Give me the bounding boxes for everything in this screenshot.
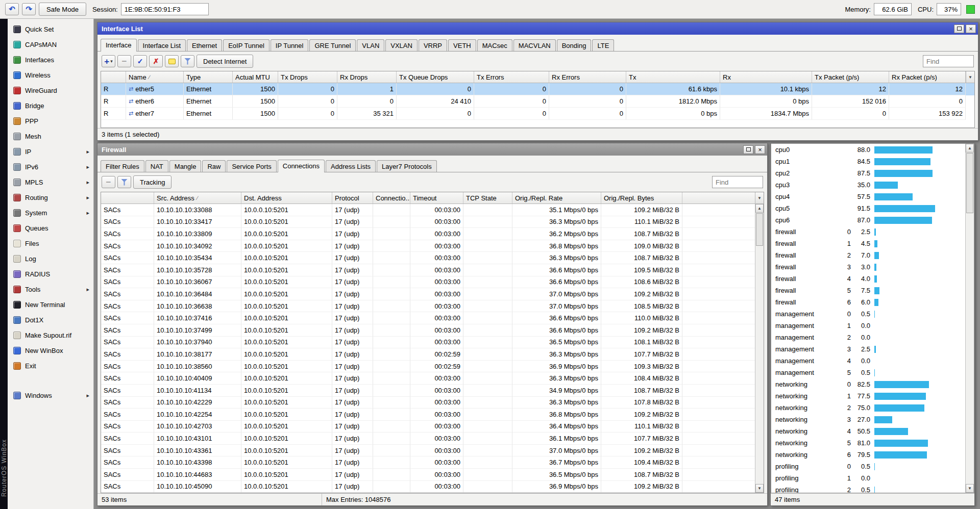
column-header-actual-mtu[interactable]: Actual MTU <box>233 71 278 83</box>
tab-eoip-tunnel[interactable]: EoIP Tunnel <box>223 39 270 51</box>
profile-row[interactable]: profiling20.5 <box>771 484 965 493</box>
comment-button[interactable] <box>165 55 179 67</box>
profile-scrollbar[interactable]: ▲ ▼ <box>965 144 974 493</box>
profile-row[interactable]: networking450.5 <box>771 425 965 437</box>
scroll-up-icon[interactable]: ▲ <box>966 144 974 152</box>
connection-table-row[interactable]: SACs10.10.10.10:3409210.0.0.10:520117 (u… <box>101 240 764 252</box>
tab-vxlan[interactable]: VXLAN <box>385 39 418 51</box>
column-header-tx-packet-p-s[interactable]: Tx Packet (p/s) <box>812 71 889 83</box>
connection-table-row[interactable]: SACs10.10.10.10:3341710.0.0.10:520117 (u… <box>101 216 764 228</box>
tab-interface-list[interactable]: Interface List <box>138 39 186 51</box>
tab-raw[interactable]: Raw <box>202 160 226 172</box>
remove-button[interactable]: − <box>117 55 131 67</box>
column-header-dst-address[interactable]: Dst. Address <box>241 192 332 203</box>
close-button[interactable]: × <box>966 24 976 33</box>
connection-table-row[interactable]: SACs10.10.10.10:3794010.0.0.10:520117 (u… <box>101 337 764 349</box>
firewall-window-titlebar[interactable]: Firewall × <box>97 143 767 156</box>
connection-table-row[interactable]: SACs10.10.10.10:3543410.0.0.10:520117 (u… <box>101 252 764 264</box>
profile-row[interactable]: networking581.0 <box>771 437 965 449</box>
tab-vlan[interactable]: VLAN <box>357 39 384 51</box>
profile-row[interactable]: firewall66.0 <box>771 296 965 308</box>
connection-table-row[interactable]: SACs10.10.10.10:4468310.0.0.10:520117 (u… <box>101 469 764 481</box>
sidebar-item-mpls[interactable]: MPLS▸ <box>8 174 93 190</box>
tab-layer7-protocols[interactable]: Layer7 Protocols <box>377 160 437 172</box>
tab-macsec[interactable]: MACsec <box>477 39 512 51</box>
connection-table-row[interactable]: SACs10.10.10.10:3741610.0.0.10:520117 (u… <box>101 312 764 324</box>
sidebar-item-radius[interactable]: RADIUS <box>8 266 93 282</box>
column-header-tx-queue-drops[interactable]: Tx Queue Drops <box>397 71 474 83</box>
connection-table-row[interactable]: SACs10.10.10.10:3380910.0.0.10:520117 (u… <box>101 228 764 240</box>
profile-row[interactable]: profiling10.0 <box>771 472 965 484</box>
column-header-orig-repl-rate[interactable]: Orig./Repl. Rate <box>512 192 601 203</box>
column-header-rx-drops[interactable]: Rx Drops <box>337 71 397 83</box>
sidebar-item-wireguard[interactable]: WireGuard <box>8 83 93 98</box>
column-header-rx-packet-p-s[interactable]: Rx Packet (p/s) <box>889 71 966 83</box>
scroll-thumb[interactable] <box>966 153 973 213</box>
sidebar-item-windows[interactable]: Windows▸ <box>8 388 93 403</box>
tracking-button[interactable]: Tracking <box>133 175 172 189</box>
scroll-track[interactable] <box>755 213 764 484</box>
tab-interface[interactable]: Interface <box>101 39 137 52</box>
tab-nat[interactable]: NAT <box>145 160 168 172</box>
connection-table-row[interactable]: SACs10.10.10.10:4113410.0.0.10:520117 (u… <box>101 385 764 397</box>
tab-mangle[interactable]: Mangle <box>169 160 202 172</box>
sidebar-item-capsman[interactable]: CAPsMAN <box>8 37 93 52</box>
sidebar-item-log[interactable]: Log <box>8 251 93 266</box>
scroll-down-icon[interactable]: ▼ <box>755 484 764 493</box>
sidebar-item-dot1x[interactable]: Dot1X <box>8 312 93 327</box>
redo-button[interactable]: ↷ <box>22 3 36 15</box>
column-header-src-address[interactable]: Src. Address∕ <box>154 192 241 203</box>
connection-table-row[interactable]: SACs10.10.10.10:4270310.0.0.10:520117 (u… <box>101 421 764 433</box>
tab-vrrp[interactable]: VRRP <box>419 39 447 51</box>
connection-table-row[interactable]: SACs10.10.10.10:4310110.0.0.10:520117 (u… <box>101 432 764 445</box>
enable-button[interactable]: ✓ <box>133 55 147 67</box>
column-picker-button[interactable]: ▼ <box>755 192 764 203</box>
sidebar-item-wireless[interactable]: Wireless <box>8 67 93 83</box>
connection-table-row[interactable]: SACs10.10.10.10:3856010.0.0.10:520117 (u… <box>101 361 764 373</box>
profile-row[interactable]: firewall57.5 <box>771 285 965 296</box>
profile-row[interactable]: firewall33.0 <box>771 261 965 273</box>
connection-table-row[interactable]: SACs10.10.10.10:3663810.0.0.10:520117 (u… <box>101 300 764 313</box>
profile-row[interactable]: networking177.5 <box>771 390 965 402</box>
firewall-find-input[interactable] <box>712 176 763 188</box>
profile-row[interactable]: cpu687.0 <box>771 214 965 226</box>
profile-row[interactable]: cpu335.0 <box>771 179 965 191</box>
column-header-rx[interactable]: Rx <box>720 71 812 83</box>
profile-row[interactable]: firewall14.5 <box>771 238 965 249</box>
column-header[interactable] <box>101 192 154 203</box>
column-header[interactable] <box>101 71 126 83</box>
profile-row[interactable]: cpu591.5 <box>771 202 965 214</box>
tab-filter-rules[interactable]: Filter Rules <box>101 160 144 172</box>
sidebar-item-ppp[interactable]: PPP <box>8 113 93 129</box>
profile-row[interactable]: management10.0 <box>771 320 965 332</box>
connection-table-row[interactable]: SACs10.10.10.10:4040910.0.0.10:520117 (u… <box>101 372 764 385</box>
profile-row[interactable]: profiling00.5 <box>771 461 965 472</box>
connection-table-row[interactable]: SACs10.10.10.10:3648410.0.0.10:520117 (u… <box>101 288 764 300</box>
sidebar-item-quick-set[interactable]: Quick Set <box>8 21 93 37</box>
firewall-scrollbar[interactable]: ▲ ▼ <box>755 204 764 493</box>
sidebar-item-system[interactable]: System▸ <box>8 205 93 220</box>
profile-row[interactable]: networking082.5 <box>771 378 965 390</box>
tab-address-lists[interactable]: Address Lists <box>326 160 376 172</box>
profile-row[interactable]: management50.5 <box>771 367 965 378</box>
column-header-tx-drops[interactable]: Tx Drops <box>278 71 337 83</box>
sidebar-item-new-winbox[interactable]: New WinBox <box>8 343 93 358</box>
sidebar-item-routing[interactable]: Routing▸ <box>8 190 93 205</box>
column-header-orig-repl-bytes[interactable]: Orig./Repl. Bytes <box>601 192 682 203</box>
profile-row[interactable]: firewall02.5 <box>771 226 965 238</box>
sidebar-item-ip[interactable]: IP▸ <box>8 144 93 159</box>
connection-table-row[interactable]: SACs10.10.10.10:4336110.0.0.10:520117 (u… <box>101 445 764 457</box>
connection-table-row[interactable]: SACs10.10.10.10:3606710.0.0.10:520117 (u… <box>101 276 764 289</box>
profile-row[interactable]: management00.5 <box>771 308 965 320</box>
connection-table-row[interactable]: SACs10.10.10.10:4225410.0.0.10:520117 (u… <box>101 409 764 421</box>
tab-service-ports[interactable]: Service Ports <box>227 160 276 172</box>
column-header-tx-errors[interactable]: Tx Errors <box>474 71 549 83</box>
sidebar-item-make-supout-rif[interactable]: Make Supout.rif <box>8 327 93 343</box>
column-header-timeout[interactable]: Timeout <box>410 192 463 203</box>
remove-button[interactable]: − <box>102 176 115 188</box>
connection-table-row[interactable]: SACs10.10.10.10:3308810.0.0.10:520117 (u… <box>101 204 764 216</box>
profile-row[interactable]: networking679.5 <box>771 449 965 461</box>
column-header-protocol[interactable]: Protocol <box>332 192 373 203</box>
connection-table-row[interactable]: SACs10.10.10.10:3817710.0.0.10:520117 (u… <box>101 348 764 361</box>
column-header-name[interactable]: Name∕ <box>126 71 184 83</box>
